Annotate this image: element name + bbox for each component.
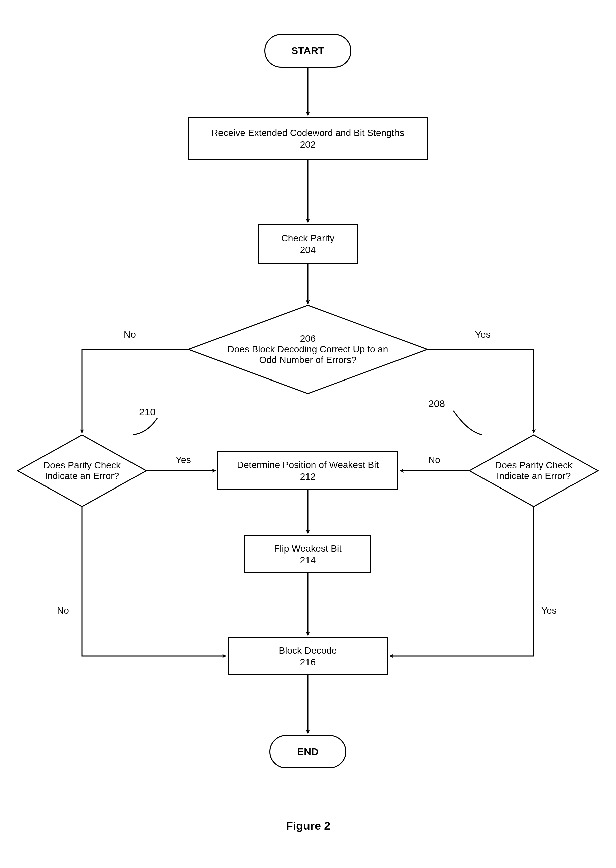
process-check-parity: Check Parity 204	[258, 224, 358, 264]
decision-odd-title: Does Block Decoding Correct Up to an Odd…	[228, 344, 388, 365]
end-label: END	[297, 745, 318, 758]
process-check-parity-ref: 204	[300, 244, 316, 256]
edge-label-left-no: No	[57, 605, 69, 616]
process-weakest-position-title: Determine Position of Weakest Bit	[237, 459, 379, 471]
decision-parity-left: Does Parity Check Indicate an Error?	[17, 434, 147, 508]
process-receive: Receive Extended Codeword and Bit Stengt…	[188, 117, 427, 160]
process-block-decode: Block Decode 216	[228, 637, 388, 675]
start-label: START	[291, 44, 324, 57]
decision-parity-right: Does Parity Check Indicate an Error?	[468, 434, 599, 508]
flowchart-canvas: START Receive Extended Codeword and Bit …	[0, 0, 616, 868]
process-weakest-position: Determine Position of Weakest Bit 212	[217, 451, 398, 490]
process-receive-ref: 202	[300, 139, 316, 150]
end-terminal: END	[269, 735, 346, 768]
ref-label-208: 208	[428, 398, 445, 409]
process-block-decode-ref: 216	[300, 656, 316, 668]
ref-label-210: 210	[139, 406, 156, 418]
process-receive-title: Receive Extended Codeword and Bit Stengt…	[212, 127, 404, 139]
edge-label-odd-no: No	[124, 329, 136, 340]
edge-label-left-yes: Yes	[176, 455, 191, 465]
edge-label-right-yes: Yes	[541, 605, 557, 616]
process-flip-ref: 214	[300, 555, 316, 566]
decision-odd-errors: 206 Does Block Decoding Correct Up to an…	[187, 304, 428, 395]
edge-label-right-no: No	[428, 455, 440, 465]
decision-odd-ref: 206	[300, 333, 316, 344]
process-block-decode-title: Block Decode	[279, 645, 337, 656]
process-flip: Flip Weakest Bit 214	[244, 535, 371, 573]
process-flip-title: Flip Weakest Bit	[274, 543, 342, 555]
decision-parity-left-title: Does Parity Check Indicate an Error?	[43, 460, 121, 481]
process-weakest-position-ref: 212	[300, 471, 316, 483]
figure-caption: Figure 2	[286, 819, 330, 832]
process-check-parity-title: Check Parity	[281, 232, 335, 244]
edge-label-odd-yes: Yes	[475, 329, 490, 340]
start-terminal: START	[264, 34, 351, 67]
decision-parity-right-title: Does Parity Check Indicate an Error?	[495, 460, 572, 481]
